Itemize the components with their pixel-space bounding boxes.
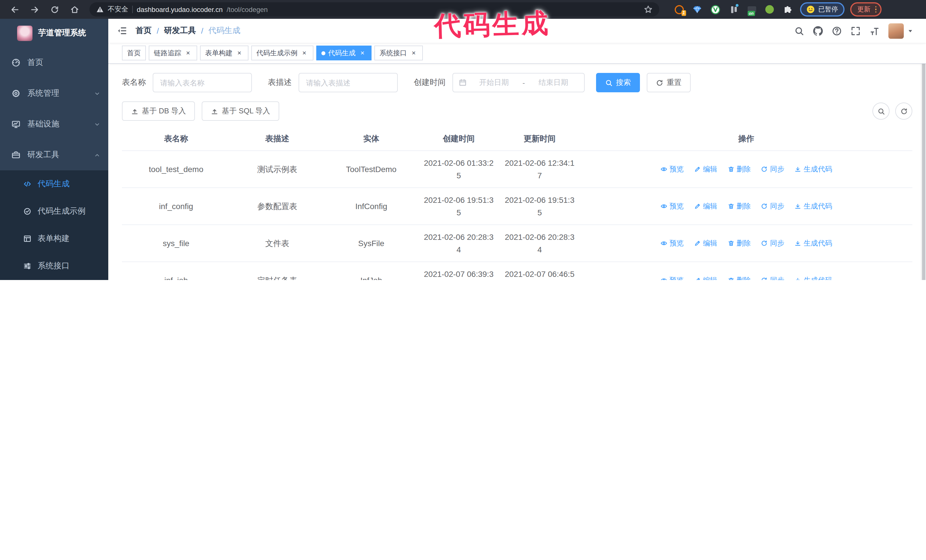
edit-icon bbox=[694, 276, 701, 280]
tag-close-icon[interactable]: × bbox=[359, 49, 366, 57]
cell-table-name: sys_file bbox=[122, 225, 230, 262]
address-divider bbox=[132, 6, 133, 13]
generate-code-link[interactable]: 生成代码 bbox=[794, 163, 832, 175]
edit-link[interactable]: 编辑 bbox=[694, 274, 717, 280]
tags-view: 首页 链路追踪 × 表单构建 × bbox=[108, 43, 926, 64]
breadcrumb-devtools[interactable]: 研发工具 bbox=[164, 26, 196, 36]
sync-link[interactable]: 同步 bbox=[761, 237, 784, 249]
table-name-input[interactable] bbox=[153, 73, 252, 92]
address-bar[interactable]: 不安全 dashboard.yudao.iocoder.cn /tool/cod… bbox=[89, 2, 659, 17]
view-tag[interactable]: 首页 bbox=[122, 45, 146, 60]
sidebar-submenu-item[interactable]: 表单构建 bbox=[0, 225, 108, 252]
avatar-caret-icon[interactable] bbox=[904, 28, 916, 34]
font-size-icon[interactable] bbox=[865, 26, 884, 36]
delete-link[interactable]: 删除 bbox=[728, 163, 751, 175]
extension-v-icon[interactable] bbox=[711, 5, 720, 14]
paused-badge[interactable]: 已暂停 bbox=[800, 2, 844, 17]
eye-icon bbox=[660, 240, 667, 246]
cell-updated: 2021-02-06 19:51:35 bbox=[499, 188, 580, 225]
extension-gem-icon[interactable] bbox=[692, 5, 702, 14]
cell-updated: 2021-02-07 06:46:56 bbox=[499, 262, 580, 280]
browser-update-button[interactable]: 更新 bbox=[850, 2, 882, 17]
generate-code-link[interactable]: 生成代码 bbox=[794, 274, 832, 280]
sync-link[interactable]: 同步 bbox=[761, 163, 784, 175]
menu-item-label: 研发工具 bbox=[27, 150, 94, 160]
security-label[interactable]: 不安全 bbox=[108, 5, 128, 14]
delete-link[interactable]: 删除 bbox=[728, 200, 751, 212]
cell-table-desc: 定时任务表 bbox=[230, 262, 324, 280]
preview-link[interactable]: 预览 bbox=[660, 237, 684, 249]
help-icon[interactable] bbox=[828, 26, 846, 36]
tag-close-icon[interactable]: × bbox=[184, 49, 192, 57]
browser-home-icon[interactable] bbox=[70, 5, 79, 14]
header-search-icon[interactable] bbox=[790, 26, 809, 36]
import-db-button[interactable]: 基于 DB 导入 bbox=[122, 101, 195, 121]
preview-link[interactable]: 预览 bbox=[660, 274, 684, 280]
user-avatar[interactable] bbox=[888, 23, 904, 38]
security-warning-icon[interactable] bbox=[96, 6, 104, 13]
app-logo[interactable]: 芋道管理系统 bbox=[0, 19, 108, 47]
breadcrumb-home[interactable]: 首页 bbox=[136, 26, 151, 36]
table-toolbar: 基于 DB 导入 基于 SQL 导入 bbox=[122, 101, 912, 121]
delete-link[interactable]: 删除 bbox=[728, 237, 751, 249]
view-tag[interactable]: 代码生成示例 × bbox=[251, 45, 313, 60]
extension-columns-icon[interactable] bbox=[729, 5, 738, 14]
sidebar-submenu-item[interactable]: 数据库文档 bbox=[0, 280, 108, 280]
sidebar-submenu-item[interactable]: 代码生成 bbox=[0, 171, 108, 198]
browser-reload-icon[interactable] bbox=[50, 5, 59, 14]
edit-link[interactable]: 编辑 bbox=[694, 200, 717, 212]
cell-actions: 预览 编辑 删除 同步 生成代码 bbox=[580, 188, 912, 225]
generate-code-link[interactable]: 生成代码 bbox=[794, 237, 832, 249]
sidebar-toggle-icon[interactable] bbox=[108, 19, 136, 43]
fullscreen-icon[interactable] bbox=[846, 26, 865, 36]
preview-link[interactable]: 预览 bbox=[660, 163, 684, 175]
extension-on-icon[interactable]: on bbox=[747, 5, 757, 14]
browser-forward-icon[interactable] bbox=[30, 5, 39, 14]
view-tag[interactable]: 系统接口 × bbox=[374, 45, 423, 60]
browser-nav-buttons bbox=[6, 5, 84, 14]
browser-back-icon[interactable] bbox=[10, 5, 20, 14]
create-time-range-picker[interactable]: 开始日期 - 结束日期 bbox=[452, 73, 585, 92]
preview-link[interactable]: 预览 bbox=[660, 200, 684, 212]
delete-link[interactable]: 删除 bbox=[728, 274, 751, 280]
sidebar-menu-item[interactable]: 系统管理 bbox=[0, 78, 108, 109]
view-tag[interactable]: 代码生成 × bbox=[316, 45, 372, 60]
tag-close-icon[interactable]: × bbox=[410, 49, 418, 57]
extensions-puzzle-icon[interactable] bbox=[782, 5, 792, 14]
table-desc-input[interactable] bbox=[299, 73, 398, 92]
sidebar-menu-item[interactable]: 首页 bbox=[0, 47, 108, 78]
import-sql-button[interactable]: 基于 SQL 导入 bbox=[202, 101, 280, 121]
edit-link[interactable]: 编辑 bbox=[694, 163, 717, 175]
search-button[interactable]: 搜索 bbox=[596, 73, 640, 92]
bookmark-star-icon[interactable] bbox=[644, 5, 652, 14]
refresh-table-button[interactable] bbox=[895, 103, 912, 120]
sidebar-submenu-item[interactable]: 代码生成示例 bbox=[0, 198, 108, 225]
tag-label: 代码生成示例 bbox=[256, 48, 298, 58]
sync-link[interactable]: 同步 bbox=[761, 274, 784, 280]
reset-button[interactable]: 重置 bbox=[647, 73, 691, 92]
view-tag[interactable]: 链路追踪 × bbox=[149, 45, 197, 60]
submenu-item-icon bbox=[23, 180, 31, 188]
generate-code-link[interactable]: 生成代码 bbox=[794, 200, 832, 212]
sidebar-submenu: 代码生成 代码生成示例 表单构建 系统接口 bbox=[0, 171, 108, 280]
sidebar-menu-item[interactable]: 基础设施 bbox=[0, 109, 108, 140]
view-tag[interactable]: 表单构建 × bbox=[200, 45, 248, 60]
edit-link[interactable]: 编辑 bbox=[694, 237, 717, 249]
browser-menu-kebab-icon[interactable] bbox=[875, 6, 876, 13]
extension-orange-icon[interactable]: 1 bbox=[674, 5, 684, 14]
browser-toolbar: 不安全 dashboard.yudao.iocoder.cn /tool/cod… bbox=[0, 0, 926, 19]
sync-link[interactable]: 同步 bbox=[761, 200, 784, 212]
sidebar-menu-item[interactable]: 研发工具 bbox=[0, 140, 108, 171]
tag-close-icon[interactable]: × bbox=[300, 49, 308, 57]
submenu-item-icon bbox=[23, 262, 31, 270]
menu-item-icon bbox=[11, 120, 21, 129]
toggle-search-button[interactable] bbox=[872, 103, 890, 120]
reset-button-icon bbox=[656, 79, 663, 86]
tag-close-icon[interactable]: × bbox=[235, 49, 243, 57]
github-icon[interactable] bbox=[809, 26, 828, 36]
cell-created: 2021-02-06 01:33:25 bbox=[418, 151, 499, 188]
sidebar-submenu-item[interactable]: 系统接口 bbox=[0, 252, 108, 280]
extension-animal-icon[interactable] bbox=[765, 5, 774, 14]
table-row: inf_config 参数配置表 InfConfig 2021-02-06 19… bbox=[122, 188, 912, 225]
cell-actions: 预览 编辑 删除 同步 生成代码 bbox=[580, 151, 912, 188]
